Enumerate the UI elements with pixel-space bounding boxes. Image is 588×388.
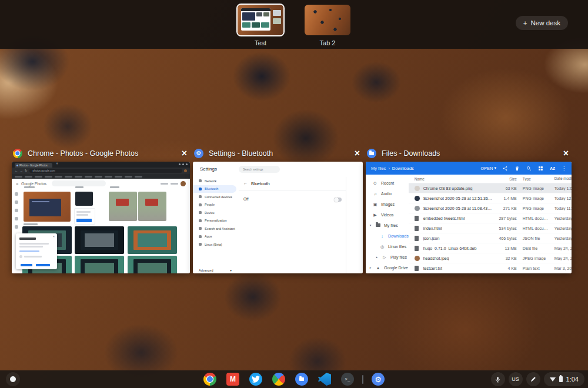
photos-app-icon[interactable] <box>272 373 285 386</box>
document-file-icon <box>415 216 419 221</box>
window-settings-preview[interactable]: Settings Search settings Network Bluetoo… <box>193 162 363 273</box>
window-files-preview[interactable]: My files › Downloads OPEN▾ AZ ⋮ ⊙Recent … <box>366 162 572 273</box>
photo-tile-city-2 <box>138 192 166 221</box>
sidebar-images: ▣Images <box>366 199 409 209</box>
close-window-chrome-button[interactable]: × <box>180 149 189 158</box>
apps-icon <box>199 235 202 238</box>
videos-icon: ▶ <box>373 213 377 217</box>
window-files-header: Files - Downloads × <box>366 145 572 162</box>
files-table: Name Size Type Date modified ▾ Chrome OS… <box>409 175 572 273</box>
chrome-app-icon[interactable] <box>203 373 216 386</box>
hamburger-menu-icon: ≡ <box>16 182 18 186</box>
bluetooth-toggle <box>334 198 342 202</box>
dialog-close-icon: × <box>53 235 55 238</box>
audio-icon: ♫ <box>373 192 377 196</box>
file-row: hugo_0.71.0_Linux-64bit.deb13 MBDEB file… <box>409 243 572 253</box>
content-edge <box>346 177 346 273</box>
network-icon <box>199 179 202 182</box>
bluetooth-toggle-label: Off <box>243 197 249 201</box>
twitter-app-icon[interactable] <box>249 373 262 386</box>
window-chrome-header: Chrome - Photos - Google Photos × <box>12 145 190 162</box>
chevron-down-icon: ▾ <box>230 269 232 272</box>
mini-window-titlebar <box>241 8 270 11</box>
folder-icon <box>299 377 304 381</box>
sidebar-downloads: ↓Downloads <box>366 230 409 241</box>
settings-nav-linux: Linux (Beta) <box>193 240 239 249</box>
section-label-1 <box>24 186 35 188</box>
new-desk-button[interactable]: + New desk <box>516 16 568 30</box>
bookmarks-bar <box>12 174 190 179</box>
desk-group: Test Tab 2 <box>235 5 353 46</box>
close-window-settings-button[interactable]: × <box>353 149 362 158</box>
desk-test-thumbnail[interactable] <box>238 5 283 35</box>
expand-icon: ▸ <box>369 266 372 269</box>
breadcrumb-my-files: My files <box>371 166 386 171</box>
settings-title: Settings <box>200 166 217 172</box>
mini-window-right-1 <box>273 10 281 16</box>
system-tray: US 1:04 <box>491 372 584 386</box>
settings-search-input: Search settings <box>239 166 280 173</box>
status-area[interactable]: 1:04 <box>544 372 584 386</box>
heading-divider <box>239 190 346 190</box>
document-file-icon <box>415 246 419 251</box>
vscode-app-icon[interactable] <box>318 373 331 386</box>
desk-tab2-thumbnail[interactable] <box>305 5 350 35</box>
settings-nav-personalization: Personalization <box>193 217 239 225</box>
video-tile-2 <box>75 226 124 254</box>
personalization-icon <box>199 219 202 222</box>
launcher-icon <box>10 376 16 382</box>
close-window-files-button[interactable]: × <box>562 149 570 158</box>
chromeos-overview-screen: Test Tab 2 + New desk Chrome - Photos - … <box>0 0 588 388</box>
mini-video-1 <box>242 22 250 28</box>
column-date-modified: Date modified ▾ <box>550 176 572 181</box>
clock: 1:04 <box>566 376 579 383</box>
linux-files-icon: ◎ <box>380 245 385 249</box>
terminal-app-icon[interactable]: >_ <box>341 373 354 386</box>
desk-test[interactable]: Test <box>235 5 286 46</box>
stylus-button[interactable] <box>526 372 540 386</box>
column-type: Type <box>517 177 550 181</box>
file-row: embedded-tweets.html287 bytesHTML docu…Y… <box>409 213 572 223</box>
files-table-header: Name Size Type Date modified ▾ <box>409 175 572 183</box>
linux-icon <box>199 243 202 246</box>
sidebar-my-files: ▾My files <box>366 220 409 230</box>
shelf-separator <box>362 375 363 384</box>
browser-tab: Photos - Google Photos <box>15 163 52 168</box>
image-file-icon <box>415 196 420 201</box>
gmail-app-icon[interactable]: M <box>226 373 239 386</box>
keyboard-layout-label: US <box>512 376 519 382</box>
settings-app-icon[interactable]: ⚙ <box>372 373 385 386</box>
sort-icon: AZ <box>550 166 555 170</box>
open-button: OPEN▾ <box>480 166 496 170</box>
settings-nav: Network Bluetooth Connected devices Peop… <box>193 177 239 273</box>
drive-icon: ▲ <box>376 266 380 270</box>
sidebar-play-files: ▸▷Play files <box>366 252 409 262</box>
photos-page-content: ≡ Google Photos <box>12 179 190 273</box>
profile-avatar <box>184 169 187 172</box>
file-row: Screenshot 2020-05-28 at 12.51.36…1.4 MB… <box>409 193 572 203</box>
people-icon <box>199 203 202 206</box>
desk-tab2[interactable]: Tab 2 <box>302 5 353 46</box>
window-chrome-preview[interactable]: Photos - Google Photos + ← → ↻ photos.go… <box>12 162 190 273</box>
launcher-button[interactable] <box>6 372 20 386</box>
keyboard-layout-button[interactable]: US <box>509 372 523 386</box>
window-files-title: Files - Downloads <box>382 149 440 158</box>
files-toolbar: OPEN▾ AZ ⋮ <box>480 163 566 173</box>
folder-icon <box>376 223 380 227</box>
battery-icon <box>559 376 563 382</box>
window-settings: ⚙ Settings - Bluetooth × Settings Search… <box>193 145 363 273</box>
settings-nav-apps: Apps <box>193 233 239 241</box>
file-row: headshot.jpeg32 KBJPEG imageMay 24, 2020… <box>409 253 572 263</box>
file-row: Chrome OS 83 update.png63 KBPNG imageTod… <box>409 183 572 193</box>
account-avatar <box>181 181 186 186</box>
tab-favicon <box>16 165 18 166</box>
mic-button[interactable] <box>491 372 505 386</box>
section-label-2 <box>75 186 83 188</box>
files-app-icon[interactable] <box>295 373 308 386</box>
images-icon: ▣ <box>373 202 377 206</box>
chevron-down-icon: ▾ <box>495 166 497 170</box>
photos-share-dialog: × <box>16 233 57 269</box>
view-toggle-icon <box>538 163 543 173</box>
section-label-4 <box>24 223 38 225</box>
settings-nav-search-assistant: Search and Assistant <box>193 225 239 233</box>
